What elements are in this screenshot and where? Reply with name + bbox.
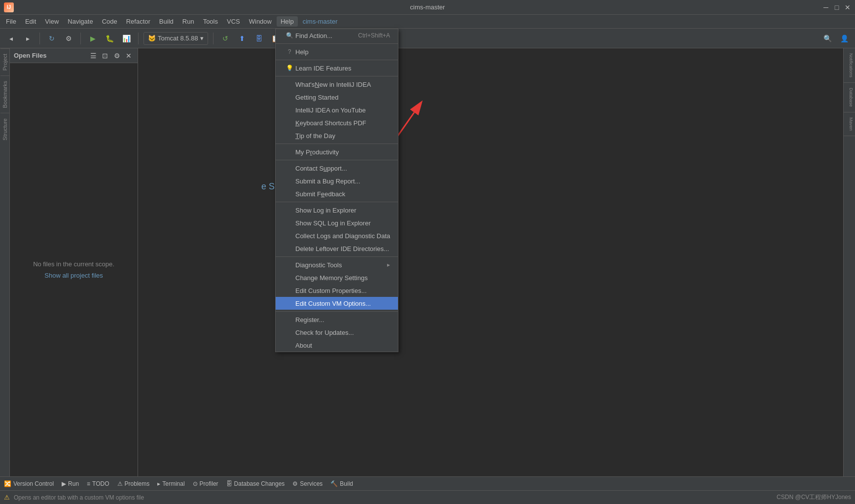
menu-whats-new[interactable]: What's New in IntelliJ IDEA <box>276 78 398 91</box>
contact-icon <box>285 164 293 172</box>
menu-youtube[interactable]: IntelliJ IDEA on YouTube <box>276 104 398 116</box>
menu-find-action[interactable]: 🔍 Find Action... Ctrl+Shift+A <box>276 29 398 42</box>
getting-started-icon <box>285 93 293 101</box>
feedback-icon <box>285 190 293 198</box>
menu-getting-started[interactable]: Getting Started <box>276 91 398 104</box>
tip-icon <box>285 132 293 140</box>
props-icon <box>285 287 293 294</box>
sep5 <box>276 160 398 160</box>
whats-new-icon <box>285 80 293 88</box>
menu-submit-feedback[interactable]: Submit Feedback <box>276 187 398 200</box>
menu-show-log[interactable]: Show Log in Explorer <box>276 204 398 216</box>
youtube-icon <box>285 106 293 114</box>
sep3 <box>276 76 398 76</box>
menu-my-productivity[interactable]: My Productivity <box>276 145 398 158</box>
keyboard-icon <box>285 119 293 127</box>
sep6 <box>276 202 398 202</box>
menu-submit-bug[interactable]: Submit a Bug Report... <box>276 175 398 187</box>
memory-icon <box>285 274 293 282</box>
menu-show-sql-log[interactable]: Show SQL Log in Explorer <box>276 216 398 229</box>
sep2 <box>276 60 398 60</box>
vm-icon <box>285 299 293 307</box>
menu-delete-leftover[interactable]: Delete Leftover IDE Directories... <box>276 242 398 255</box>
menu-check-updates[interactable]: Check for Updates... <box>276 326 398 339</box>
update-icon <box>285 328 293 336</box>
show-log-icon <box>285 206 293 214</box>
menu-edit-custom-vm[interactable]: Edit Custom VM Options... <box>276 297 398 310</box>
sep7 <box>276 256 398 257</box>
menu-keyboard-pdf[interactable]: Keyboard Shortcuts PDF <box>276 116 398 129</box>
menu-change-memory[interactable]: Change Memory Settings <box>276 271 398 284</box>
sep4 <box>276 144 398 144</box>
about-icon <box>285 341 293 349</box>
learn-ide-icon: 💡 <box>285 64 293 72</box>
menu-learn-ide[interactable]: 💡 Learn IDE Features <box>276 62 398 74</box>
collect-logs-icon <box>285 232 293 240</box>
menu-register[interactable]: Register... <box>276 313 398 326</box>
menu-help-item[interactable]: ? Help <box>276 45 398 58</box>
delete-icon <box>285 245 293 252</box>
help-dropdown: 🔍 Find Action... Ctrl+Shift+A ? Help 💡 L… <box>275 29 398 352</box>
productivity-icon <box>285 148 293 156</box>
find-action-icon: 🔍 <box>285 32 293 39</box>
menu-tip-of-day[interactable]: Tip of the Day <box>276 129 398 142</box>
menu-contact-support[interactable]: Contact Support... <box>276 162 398 175</box>
menu-edit-custom-props[interactable]: Edit Custom Properties... <box>276 284 398 297</box>
bug-icon <box>285 177 293 185</box>
register-icon <box>285 316 293 324</box>
sep1 <box>276 43 398 44</box>
sep8 <box>276 311 398 312</box>
menu-about[interactable]: About <box>276 339 398 352</box>
menu-collect-logs[interactable]: Collect Logs and Diagnostic Data <box>276 229 398 242</box>
diagnostic-submenu-arrow: ▸ <box>387 261 390 268</box>
sql-log-icon <box>285 219 293 227</box>
menu-diagnostic-tools[interactable]: Diagnostic Tools ▸ <box>276 258 398 271</box>
diagnostic-icon <box>285 261 293 269</box>
help-icon: ? <box>285 48 293 56</box>
dropdown-overlay: 🔍 Find Action... Ctrl+Shift+A ? Help 💡 L… <box>0 0 855 504</box>
